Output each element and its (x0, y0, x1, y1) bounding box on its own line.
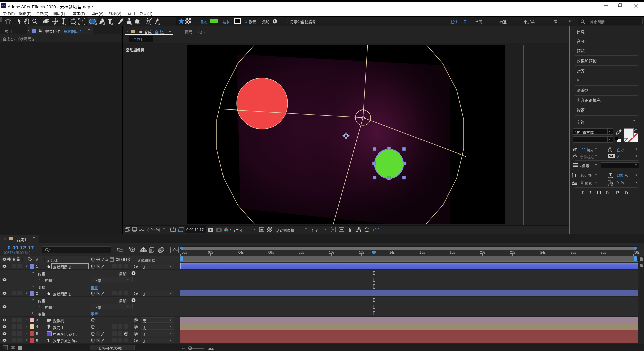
svg-text:A: A (610, 149, 612, 152)
svg-text:a: a (575, 181, 577, 184)
svg-text:A: A (575, 154, 577, 158)
svg-text:A: A (572, 180, 575, 185)
svg-text:T: T (609, 173, 612, 177)
svg-text:T: T (574, 173, 577, 178)
svg-text:あ: あ (609, 180, 612, 185)
